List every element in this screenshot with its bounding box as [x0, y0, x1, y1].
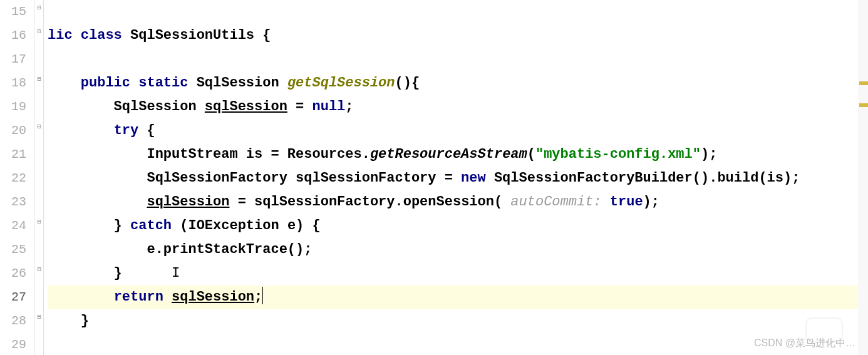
fold-icon[interactable]: ⊟ — [36, 313, 43, 320]
code-line: public static SqlSession getSqlSession()… — [48, 71, 858, 95]
code-editor[interactable]: lic class SqlSessionUtils { public stati… — [44, 0, 858, 355]
code-line: e.printStackTrace(); — [48, 238, 858, 262]
line-number: 20 — [0, 119, 34, 143]
code-line: SqlSession sqlSession = null; — [48, 95, 858, 119]
line-number: 22 — [0, 167, 34, 190]
code-line: SqlSessionFactory sqlSessionFactory = ne… — [48, 167, 858, 190]
fold-icon[interactable]: ⊟ — [36, 265, 43, 272]
text-caret-icon: I — [172, 265, 180, 281]
code-line: InputStream is = Resources.getResourceAs… — [48, 143, 858, 167]
code-line: sqlSession = sqlSessionFactory.openSessi… — [48, 190, 858, 214]
code-line: lic class SqlSessionUtils { — [48, 24, 858, 48]
code-line — [48, 333, 858, 355]
line-number: 21 — [0, 143, 34, 167]
line-number: 16 — [0, 24, 34, 48]
fold-icon[interactable]: ⊟ — [36, 123, 43, 130]
code-line: } catch (IOException e) { — [48, 214, 858, 238]
code-line — [48, 48, 858, 71]
caret-icon — [262, 287, 263, 304]
line-number: 29 — [0, 333, 34, 355]
code-line: } I — [48, 262, 858, 286]
line-number: 26 — [0, 262, 34, 286]
line-number: 19 — [0, 95, 34, 119]
line-number: 15 — [0, 0, 34, 24]
line-number: 23 — [0, 190, 34, 214]
minimap-warning-mark — [859, 81, 868, 85]
line-number: 24 — [0, 214, 34, 238]
fold-gutter: ⊟ ⊟ ⊟ ⊟ ⊟ ⊟ ⊟ — [34, 0, 44, 355]
minimap-scrollbar[interactable] — [858, 0, 868, 355]
code-line-active: return sqlSession; — [48, 286, 858, 309]
line-number: 28 — [0, 309, 34, 333]
code-line — [48, 0, 858, 24]
fold-icon[interactable]: ⊟ — [36, 75, 43, 82]
minimap-warning-mark — [859, 103, 868, 107]
line-number-gutter: 15 16 17 18 19 20 21 22 23 24 25 26 27 2… — [0, 0, 34, 355]
watermark-text: CSDN @菜鸟进化中… — [754, 337, 855, 350]
line-number: 18 — [0, 71, 34, 95]
line-number-active: 27 — [0, 286, 34, 309]
fold-icon[interactable]: ⊟ — [36, 4, 43, 11]
code-line: } — [48, 309, 858, 333]
line-number: 25 — [0, 238, 34, 262]
fold-icon[interactable]: ⊟ — [36, 218, 43, 225]
line-number: 17 — [0, 48, 34, 71]
code-line: try { — [48, 119, 858, 143]
fold-icon[interactable]: ⊟ — [36, 28, 43, 34]
